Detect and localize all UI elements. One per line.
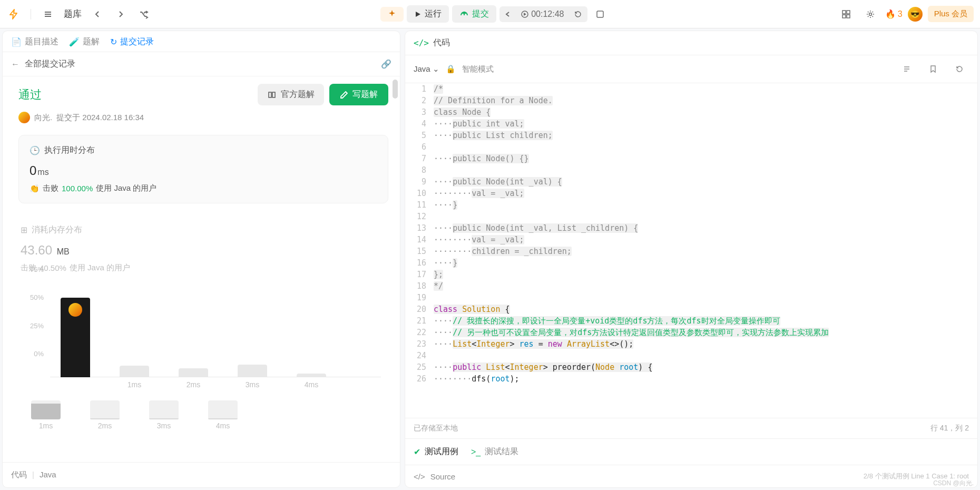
reset-icon[interactable] <box>950 60 969 79</box>
language-selector[interactable]: Java ⌄ <box>414 64 439 74</box>
timer-display[interactable]: 00:12:48 <box>516 7 568 21</box>
chip-icon: ⊞ <box>21 225 27 235</box>
code-header: </> 代码 <box>405 31 977 55</box>
submission-meta: 向光. 提交于 2024.02.18 16:34 <box>18 112 388 123</box>
sub-header: ← 全部提交记录 🔗 <box>3 52 400 76</box>
tab-description[interactable]: 📄题目描述 <box>11 36 58 47</box>
footer-lang: Java <box>40 470 56 480</box>
logo[interactable] <box>6 7 21 22</box>
note-icon[interactable] <box>591 5 610 24</box>
right-pane: </> 代码 Java ⌄ 🔒 智能模式 1/*2// Definition f… <box>405 31 978 488</box>
shuffle-icon[interactable] <box>134 5 153 24</box>
lock-icon: 🔒 <box>446 64 456 74</box>
timer-group: 00:12:48 <box>499 6 587 22</box>
center-controls: 运行 提交 00:12:48 <box>380 5 609 24</box>
back-label: 全部提交记录 <box>25 58 75 70</box>
run-label: 运行 <box>425 8 442 19</box>
left-pane: 📄题目描述 🧪题解 ↻提交记录 ← 全部提交记录 🔗 通过 官方题解 写题解 向… <box>2 31 400 488</box>
svg-rect-5 <box>847 15 850 18</box>
scrollbar-thumb[interactable] <box>393 80 398 99</box>
prev-icon[interactable] <box>88 5 107 24</box>
source-row: </> Source 2/8 个测试用例 Line 1 Case 1: root <box>405 465 977 487</box>
svg-point-6 <box>869 13 871 15</box>
tab-test-results[interactable]: >_测试结果 <box>471 446 518 457</box>
plus-button[interactable]: Plus 会员 <box>928 6 974 22</box>
runtime-card: 🕒执行用时分布 0ms 👏击败 100.00% 使用 Java 的用户 <box>18 135 388 203</box>
code-subheader: Java ⌄ 🔒 智能模式 <box>405 55 977 83</box>
avatar[interactable]: 😎 <box>908 7 923 22</box>
problems-link[interactable]: 题库 <box>62 5 84 23</box>
cursor-pos: 行 41，列 2 <box>930 424 969 433</box>
bar-3[interactable] <box>238 365 267 377</box>
author-name[interactable]: 向光. <box>34 113 52 123</box>
topbar: 题库 运行 提交 00:12:48 🔥3 😎 Plus 会员 <box>0 0 980 28</box>
timer-prev[interactable] <box>501 9 515 19</box>
status-label: 通过 <box>18 87 42 103</box>
submitted-at: 提交于 2024.02.18 16:34 <box>56 113 144 123</box>
right-controls: 🔥3 😎 Plus 会员 <box>837 5 974 24</box>
settings-icon[interactable] <box>861 5 880 24</box>
fire-count[interactable]: 🔥3 <box>885 9 903 19</box>
bar-4[interactable] <box>297 374 326 377</box>
list-icon[interactable] <box>38 5 57 24</box>
main: 📄题目描述 🧪题解 ↻提交记录 ← 全部提交记录 🔗 通过 官方题解 写题解 向… <box>0 28 980 490</box>
memory-card: ⊞消耗内存分布 43.60 MB 击败 40.50% 使用 Java 的用户 0… <box>18 215 388 439</box>
svg-rect-2 <box>842 11 846 14</box>
left-tabs: 📄题目描述 🧪题解 ↻提交记录 <box>3 31 400 52</box>
next-icon[interactable] <box>111 5 130 24</box>
terminal-icon: >_ <box>471 447 481 457</box>
svg-rect-3 <box>847 11 850 14</box>
link-icon[interactable]: 🔗 <box>381 59 391 69</box>
check-icon: ✔ <box>414 447 420 457</box>
run-button[interactable]: 运行 <box>407 5 449 23</box>
footer-tabs: 代码 | Java <box>3 462 400 487</box>
svg-rect-1 <box>597 11 603 17</box>
timer-reset[interactable] <box>570 8 586 21</box>
bar-0[interactable] <box>61 298 90 377</box>
left-body: 通过 官方题解 写题解 向光. 提交于 2024.02.18 16:34 🕒执行… <box>3 76 400 462</box>
write-solution-button[interactable]: 写题解 <box>329 84 388 105</box>
runtime-chart: 0%25%50%75% 1ms2ms3ms4ms <box>21 282 386 393</box>
official-solution-button[interactable]: 官方题解 <box>258 84 324 105</box>
tab-solution[interactable]: 🧪题解 <box>69 36 100 47</box>
code-editor[interactable]: 1/*2// Definition for a Node.3class Node… <box>405 83 977 418</box>
save-msg: 已存储至本地 <box>414 424 458 433</box>
submit-label: 提交 <box>472 8 489 19</box>
footer-code[interactable]: 代码 <box>11 470 27 480</box>
source-label[interactable]: Source <box>430 472 456 481</box>
layout-icon[interactable] <box>837 5 856 24</box>
ai-button[interactable] <box>380 7 404 22</box>
smart-mode[interactable]: 智能模式 <box>462 64 494 74</box>
svg-rect-4 <box>842 15 846 18</box>
clap-icon: 👏 <box>30 184 40 193</box>
format-icon[interactable] <box>897 60 916 79</box>
status-row: 通过 官方题解 写题解 <box>18 84 388 105</box>
bar-1[interactable] <box>120 366 149 377</box>
test-tabs: ✔测试用例 >_测试结果 <box>405 438 977 465</box>
divider <box>31 9 31 19</box>
bookmark-icon[interactable] <box>924 60 943 79</box>
chevron-down-icon: ⌄ <box>433 64 439 73</box>
tab-submissions[interactable]: ↻提交记录 <box>110 36 154 47</box>
bar-2[interactable] <box>179 368 208 377</box>
mini-avatar <box>18 112 30 123</box>
submit-button[interactable]: 提交 <box>452 5 496 23</box>
watermark: CSDN @向光. <box>933 479 974 488</box>
memory-mini-chart: 1ms2ms3ms4ms <box>21 400 386 430</box>
code-icon: </> <box>414 38 429 48</box>
back-icon[interactable]: ← <box>11 60 19 69</box>
editor-status-bar: 已存储至本地 行 41，列 2 <box>405 418 977 438</box>
source-icon: </> <box>414 472 425 481</box>
tab-test-cases[interactable]: ✔测试用例 <box>414 446 458 457</box>
clock-icon: 🕒 <box>30 145 40 155</box>
